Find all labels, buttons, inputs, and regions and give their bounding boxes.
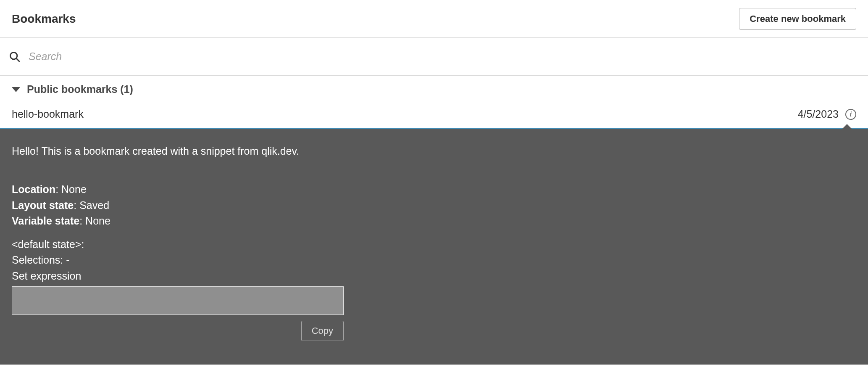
variable-state-label: Variable state — [12, 215, 79, 227]
info-icon[interactable]: i — [845, 109, 856, 120]
selections-text: Selections: - — [12, 252, 856, 268]
set-expression-label: Set expression — [12, 268, 856, 284]
default-state-colon: : — [81, 238, 84, 250]
create-bookmark-button[interactable]: Create new bookmark — [739, 8, 856, 30]
panel-pointer-icon — [841, 124, 853, 130]
page-title: Bookmarks — [12, 12, 76, 26]
caret-down-icon — [12, 87, 20, 92]
header-bar: Bookmarks Create new bookmark — [0, 0, 868, 38]
section-title: Public bookmarks (1) — [27, 83, 133, 95]
bookmark-name: hello-bookmark — [12, 108, 84, 120]
section-header-public-bookmarks[interactable]: Public bookmarks (1) — [0, 76, 868, 100]
copy-button[interactable]: Copy — [301, 321, 344, 341]
bookmark-detail-panel: Hello! This is a bookmark created with a… — [0, 129, 868, 365]
bookmark-description: Hello! This is a bookmark created with a… — [12, 145, 856, 157]
default-state-block: <default state>: Selections: - Set expre… — [12, 237, 856, 341]
set-expression-input[interactable] — [12, 286, 344, 315]
default-state-label: <default state> — [12, 238, 81, 250]
search-icon — [8, 50, 21, 63]
bookmark-meta: 4/5/2023 i — [798, 108, 856, 120]
svg-point-0 — [11, 52, 17, 59]
bookmark-row[interactable]: hello-bookmark 4/5/2023 i — [0, 100, 868, 128]
location-label: Location — [12, 183, 55, 195]
variable-state-value: : None — [79, 215, 110, 227]
location-value: : None — [55, 183, 87, 195]
bookmark-date: 4/5/2023 — [798, 108, 839, 120]
layout-state-value: : Saved — [74, 199, 109, 211]
layout-state-label: Layout state — [12, 199, 74, 211]
svg-line-1 — [16, 58, 20, 61]
bookmark-properties: Location: None Layout state: Saved Varia… — [12, 182, 856, 229]
search-bar — [0, 38, 868, 76]
search-input[interactable] — [29, 50, 860, 63]
